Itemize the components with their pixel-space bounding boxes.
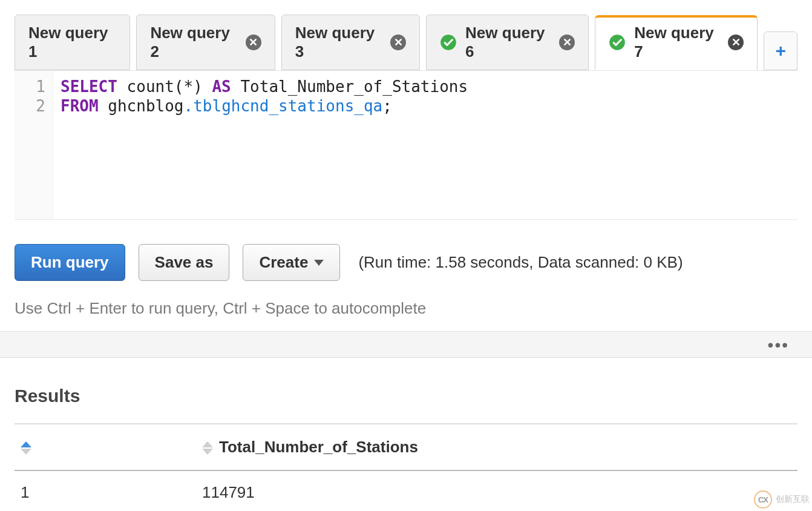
close-icon[interactable]: ✕ [728, 35, 744, 50]
results-panel: Results Total_Number_of_Stations 1114791 [0, 358, 812, 511]
results-title: Results [15, 386, 797, 406]
chevron-down-icon [314, 260, 324, 266]
save-as-button[interactable]: Save as [139, 244, 230, 281]
line-number: 2 [15, 96, 45, 116]
action-bar: Run query Save as Create (Run time: 1.58… [0, 220, 812, 289]
sql-editor[interactable]: 12 SELECT count(*) AS Total_Number_of_St… [15, 70, 797, 220]
save-as-label: Save as [155, 253, 214, 272]
close-icon[interactable]: ✕ [390, 35, 406, 50]
create-button[interactable]: Create [243, 244, 340, 281]
tab-label: New query 2 [150, 24, 237, 61]
code-line[interactable]: FROM ghcnblog.tblghcnd_stations_qa; [61, 96, 790, 116]
column-header-Total_Number_of_Stations[interactable]: Total_Number_of_Stations [196, 424, 797, 470]
new-tab-button[interactable]: + [764, 31, 797, 70]
code-token: . [184, 97, 194, 115]
column-header-__rownum[interactable] [15, 424, 196, 470]
cell-__rownum: 1 [15, 470, 196, 511]
keyboard-hint: Use Ctrl + Enter to run query, Ctrl + Sp… [0, 289, 812, 331]
table-row[interactable]: 1114791 [15, 470, 797, 511]
code-token: count(*) [117, 77, 212, 96]
close-icon[interactable]: ✕ [559, 35, 575, 50]
code-line[interactable]: SELECT count(*) AS Total_Number_of_Stati… [61, 77, 790, 96]
tab-query-4[interactable]: New query 6✕ [426, 15, 589, 70]
code-token: Total_Number_of_Stations [231, 77, 468, 96]
tab-query-3[interactable]: New query 3✕ [281, 15, 420, 70]
watermark-text: 创新互联 [776, 494, 810, 505]
tab-label: New query 7 [634, 24, 719, 61]
watermark-badge: CX [754, 490, 772, 509]
editor-code[interactable]: SELECT count(*) AS Total_Number_of_Stati… [53, 71, 797, 219]
resize-handle[interactable]: ••• [768, 332, 789, 358]
athena-query-editor: New query 1New query 2✕New query 3✕New q… [0, 0, 812, 511]
watermark: CX 创新互联 [754, 490, 810, 509]
column-label: Total_Number_of_Stations [219, 438, 418, 456]
tab-label: New query 6 [465, 24, 551, 61]
svg-point-0 [440, 35, 456, 50]
code-token: SELECT [61, 77, 117, 96]
create-label: Create [259, 253, 308, 272]
cell-Total_Number_of_Stations: 114791 [196, 470, 797, 511]
sort-icon[interactable] [202, 441, 213, 455]
success-check-icon [440, 34, 457, 51]
tab-label: New query 3 [295, 24, 382, 61]
run-query-button[interactable]: Run query [15, 244, 125, 281]
close-icon[interactable]: ✕ [246, 35, 261, 50]
code-token: ; [382, 97, 392, 115]
results-table: Total_Number_of_Stations 1114791 [15, 423, 797, 511]
sort-icon[interactable] [21, 441, 31, 455]
tab-query-1[interactable]: New query 1 [15, 15, 130, 70]
results-body: 1114791 [15, 470, 797, 511]
line-number: 1 [15, 77, 45, 96]
success-check-icon [609, 34, 626, 51]
results-divider: ••• [0, 331, 812, 358]
code-token: FROM [61, 97, 99, 115]
tab-query-2[interactable]: New query 2✕ [136, 15, 275, 70]
editor-gutter: 12 [15, 71, 53, 219]
code-token: tblghcnd_stations_qa [193, 97, 382, 115]
run-query-label: Run query [31, 253, 109, 272]
tab-query-5[interactable]: New query 7✕ [595, 15, 758, 70]
run-info: (Run time: 1.58 seconds, Data scanned: 0… [358, 253, 683, 272]
code-token: AS [212, 77, 231, 96]
tab-label: New query 1 [28, 24, 116, 61]
code-token: ghcnblog [99, 97, 184, 115]
results-header-row: Total_Number_of_Stations [15, 424, 797, 470]
tabs-row: New query 1New query 2✕New query 3✕New q… [0, 0, 812, 70]
svg-point-1 [609, 35, 625, 50]
